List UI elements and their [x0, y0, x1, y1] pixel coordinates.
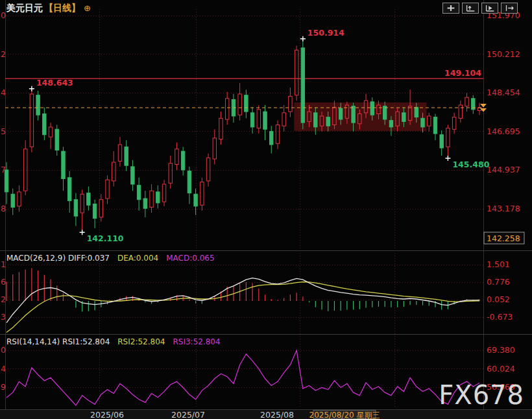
chart-toolbar: [442, 3, 518, 14]
resistance-label: 149.104: [444, 68, 481, 78]
svg-text:8: 8: [1, 204, 6, 213]
diff-line: [6, 278, 479, 323]
svg-text:4: 4: [1, 364, 6, 374]
svg-text:150.914: 150.914: [308, 28, 345, 38]
svg-text:1.501: 1.501: [487, 259, 510, 269]
svg-text:0: 0: [1, 10, 6, 20]
panel-frame: [0, 0, 532, 419]
axis-labels: 151.9700150.2122148.4544146.6955144.9377…: [1, 10, 520, 392]
candles-group: [5, 39, 481, 232]
pane-exit-icon: [503, 5, 515, 12]
svg-text:6: 6: [1, 277, 6, 287]
axis-play-button[interactable]: [481, 3, 498, 14]
rsi-legend: RSI(14,14,14) RSI1:52.804RSI2:52.804RSI3…: [6, 337, 221, 346]
symbol-name: 美元日元: [6, 3, 43, 13]
svg-text:0.052: 0.052: [487, 294, 510, 304]
rsi-legend-main: RSI(14,14,14) RSI1:52.804: [6, 337, 110, 346]
svg-text:1: 1: [1, 259, 6, 269]
svg-text:69.380: 69.380: [487, 345, 515, 355]
chart-title: 美元日元【日线】⊕: [6, 3, 91, 14]
svg-text:0: 0: [1, 345, 6, 355]
svg-text:2: 2: [1, 49, 6, 59]
axis-zoom-button[interactable]: [462, 3, 479, 14]
period-tag: 【日线】: [44, 3, 80, 13]
price-min-box: 142.258: [484, 232, 524, 244]
svg-text:4: 4: [1, 88, 6, 97]
svg-text:9: 9: [1, 382, 6, 392]
add-indicator-icon[interactable]: ⊕: [84, 3, 91, 13]
watermark: FX678: [439, 382, 524, 408]
macd-legend: MACD(26,12,9) DIFF:0.037DEA:0.004MACD:0.…: [6, 254, 215, 263]
macd-legend-main: MACD(26,12,9) DIFF:0.037: [6, 254, 110, 263]
rsi-line: [6, 350, 479, 405]
svg-text:7: 7: [1, 165, 6, 174]
crosshair-move-icon: [445, 5, 457, 12]
dea-line: [6, 282, 479, 333]
axis-play-icon: [484, 5, 496, 12]
svg-text:3: 3: [1, 312, 6, 322]
svg-text:146.695: 146.695: [487, 126, 520, 136]
svg-text:148.454: 148.454: [487, 88, 520, 97]
annotation-150.914: 150.914: [300, 28, 345, 42]
macd-legend-macd: MACD:0.065: [166, 254, 214, 263]
rsi-legend-rsi2: RSI2:52.804: [117, 337, 165, 346]
svg-text:2025/08: 2025/08: [260, 410, 294, 419]
svg-text:142.258: 142.258: [487, 233, 520, 243]
svg-text:148.643: 148.643: [36, 78, 73, 88]
rsi-legend-rsi3: RSI3:52.804: [173, 337, 220, 346]
svg-text:2025/07: 2025/07: [171, 410, 205, 419]
candlestick-chart-canvas[interactable]: 149.104148.643150.914142.110145.480151.9…: [0, 0, 532, 419]
trading-chart-app: 149.104148.643150.914142.110145.480151.9…: [0, 0, 532, 419]
svg-text:144.937: 144.937: [487, 165, 520, 174]
svg-text:-0.673: -0.673: [487, 312, 513, 322]
svg-text:142.110: 142.110: [87, 233, 124, 243]
time-highlight-box[interactable]: 2025/08/20 星期三: [309, 411, 380, 419]
time-axis-labels: 2025/062025/072025/08: [90, 410, 294, 419]
svg-text:5: 5: [1, 126, 6, 136]
annotation-142.110: 142.110: [80, 230, 124, 243]
svg-text:0.776: 0.776: [487, 277, 510, 287]
svg-text:150.212: 150.212: [487, 49, 520, 59]
svg-text:2025/08/20 星期三: 2025/08/20 星期三: [309, 411, 380, 419]
svg-text:143.178: 143.178: [487, 204, 520, 213]
annotation-148.643: 148.643: [29, 78, 73, 91]
macd-legend-dea: DEA:0.004: [117, 254, 158, 263]
svg-text:2025/06: 2025/06: [90, 410, 124, 419]
pane-exit-button[interactable]: [501, 3, 518, 14]
svg-text:145.480: 145.480: [452, 160, 489, 169]
axis-zoom-left-icon: [465, 5, 476, 12]
svg-text:2: 2: [1, 294, 6, 304]
svg-text:60.024: 60.024: [487, 364, 515, 374]
annotation-145.480: 145.480: [445, 156, 489, 169]
crosshair-move-button[interactable]: [442, 3, 459, 14]
macd-panel: [6, 268, 479, 332]
